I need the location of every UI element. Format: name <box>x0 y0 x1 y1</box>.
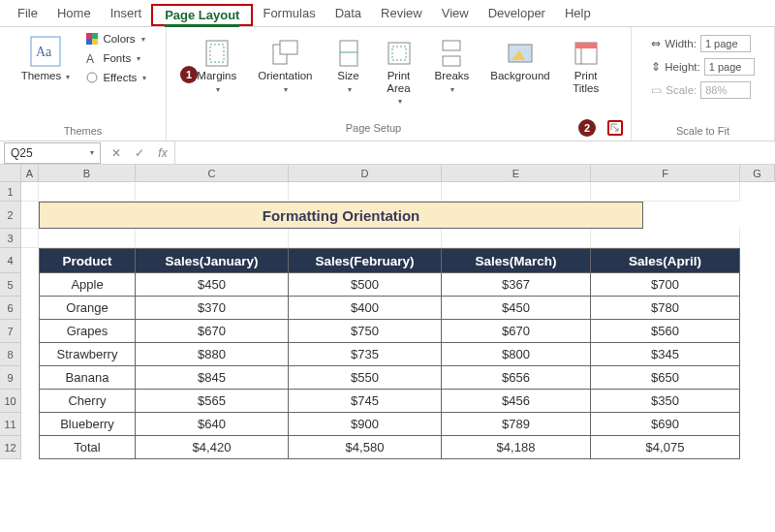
header-jan[interactable]: Sales(January) <box>136 248 289 273</box>
print-titles-button[interactable]: Print Titles <box>566 35 606 99</box>
table-row[interactable]: $350 <box>591 390 740 413</box>
total-apr[interactable]: $4,075 <box>591 436 740 459</box>
col-c[interactable]: C <box>136 165 289 181</box>
table-row[interactable]: $450 <box>136 273 289 297</box>
row-9[interactable]: 9 <box>0 366 21 390</box>
row-3[interactable]: 3 <box>0 229 21 248</box>
table-row[interactable]: $400 <box>289 297 442 320</box>
col-e[interactable]: E <box>442 165 591 181</box>
row-10[interactable]: 10 <box>0 390 21 413</box>
table-row[interactable]: $880 <box>136 343 289 366</box>
tab-help[interactable]: Help <box>555 0 601 26</box>
table-row[interactable]: $345 <box>591 343 740 366</box>
table-row[interactable]: $735 <box>289 343 442 366</box>
width-control[interactable]: ⇔ Width: 1 page <box>651 35 754 52</box>
row-2[interactable]: 2 <box>0 202 21 229</box>
table-row[interactable]: $560 <box>591 320 740 343</box>
ribbon-tabs: File Home Insert Page Layout Formulas Da… <box>0 0 775 27</box>
table-row[interactable]: Strawberry <box>39 343 136 366</box>
table-row[interactable]: Cherry <box>39 390 136 413</box>
tab-insert[interactable]: Insert <box>101 0 152 26</box>
table-row[interactable]: $750 <box>289 320 442 343</box>
row-7[interactable]: 7 <box>0 320 21 343</box>
total-feb[interactable]: $4,580 <box>289 436 442 459</box>
height-control[interactable]: ⇕ Height: 1 page <box>651 58 754 76</box>
tab-view[interactable]: View <box>432 0 479 26</box>
table-row[interactable]: $656 <box>442 366 591 390</box>
tab-data[interactable]: Data <box>326 0 371 26</box>
table-row[interactable]: $367 <box>442 273 591 297</box>
svg-rect-5 <box>92 39 98 45</box>
row-4[interactable]: 4 <box>0 248 21 273</box>
tab-review[interactable]: Review <box>371 0 432 26</box>
effects-button[interactable]: Effects▾ <box>81 70 150 85</box>
formula-input[interactable] <box>174 141 775 164</box>
themes-button[interactable]: Aa Themes ▾ <box>16 31 77 86</box>
row-1[interactable]: 1 <box>0 182 21 202</box>
select-all-cell[interactable] <box>0 165 21 181</box>
table-row[interactable]: $800 <box>442 343 591 366</box>
col-b[interactable]: B <box>39 165 136 181</box>
margins-button[interactable]: Margins▾ <box>191 35 242 99</box>
row-6[interactable]: 6 <box>0 297 21 320</box>
worksheet: 1 2 3 4 5 6 7 8 9 10 11 12 Formatting Or… <box>0 182 775 459</box>
col-d[interactable]: D <box>289 165 442 181</box>
table-row[interactable]: $550 <box>289 366 442 390</box>
table-row[interactable]: $456 <box>442 390 591 413</box>
header-mar[interactable]: Sales(March) <box>442 248 591 273</box>
row-8[interactable]: 8 <box>0 343 21 366</box>
table-row[interactable]: $780 <box>591 297 740 320</box>
title-cell[interactable]: Formatting Orientation <box>39 202 643 229</box>
table-row[interactable]: $640 <box>136 413 289 436</box>
row-5[interactable]: 5 <box>0 273 21 297</box>
table-row[interactable]: $450 <box>442 297 591 320</box>
header-feb[interactable]: Sales(February) <box>289 248 442 273</box>
column-headers: A B C D E F G <box>0 165 775 182</box>
table-row[interactable]: $789 <box>442 413 591 436</box>
fx-icon[interactable]: fx <box>151 146 174 160</box>
table-row[interactable]: Banana <box>39 366 136 390</box>
table-row[interactable]: $670 <box>136 320 289 343</box>
table-row[interactable]: $900 <box>289 413 442 436</box>
cancel-formula-icon[interactable]: ✕ <box>105 146 128 160</box>
print-area-button[interactable]: Print Area▾ <box>379 35 419 110</box>
total-label[interactable]: Total <box>39 436 136 459</box>
table-row[interactable]: $650 <box>591 366 740 390</box>
total-jan[interactable]: $4,420 <box>136 436 289 459</box>
size-button[interactable]: Size▾ <box>328 35 369 99</box>
table-row[interactable]: Grapes <box>39 320 136 343</box>
breaks-button[interactable]: Breaks▾ <box>429 35 476 99</box>
table-row[interactable]: $745 <box>289 390 442 413</box>
table-row[interactable]: Blueberry <box>39 413 136 436</box>
table-row[interactable]: $845 <box>136 366 289 390</box>
table-row[interactable]: Apple <box>39 273 136 297</box>
fonts-button[interactable]: A Fonts▾ <box>81 50 150 66</box>
table-row[interactable]: $700 <box>591 273 740 297</box>
colors-button[interactable]: Colors▾ <box>81 31 150 47</box>
table-row[interactable]: $565 <box>136 390 289 413</box>
page-setup-dialog-launcher[interactable] <box>607 120 623 136</box>
table-row[interactable]: $370 <box>136 297 289 320</box>
tab-developer[interactable]: Developer <box>479 0 555 26</box>
col-f[interactable]: F <box>591 165 740 181</box>
tab-page-layout[interactable]: Page Layout <box>159 4 245 26</box>
background-button[interactable]: Background <box>484 35 555 86</box>
header-apr[interactable]: Sales(April) <box>591 248 740 273</box>
orientation-button[interactable]: Orientation▾ <box>252 35 318 99</box>
confirm-formula-icon[interactable]: ✓ <box>128 146 151 160</box>
header-product[interactable]: Product <box>39 248 136 273</box>
name-box[interactable]: Q25▾ <box>4 142 101 164</box>
table-row[interactable]: $670 <box>442 320 591 343</box>
tab-home[interactable]: Home <box>47 0 101 26</box>
table-row[interactable]: $690 <box>591 413 740 436</box>
tab-formulas[interactable]: Formulas <box>253 0 325 26</box>
col-g[interactable]: G <box>740 165 775 181</box>
svg-text:A: A <box>86 52 94 65</box>
row-12[interactable]: 12 <box>0 436 21 459</box>
col-a[interactable]: A <box>21 165 39 181</box>
total-mar[interactable]: $4,188 <box>442 436 591 459</box>
table-row[interactable]: $500 <box>289 273 442 297</box>
tab-file[interactable]: File <box>8 0 47 26</box>
row-11[interactable]: 11 <box>0 413 21 436</box>
table-row[interactable]: Orange <box>39 297 136 320</box>
